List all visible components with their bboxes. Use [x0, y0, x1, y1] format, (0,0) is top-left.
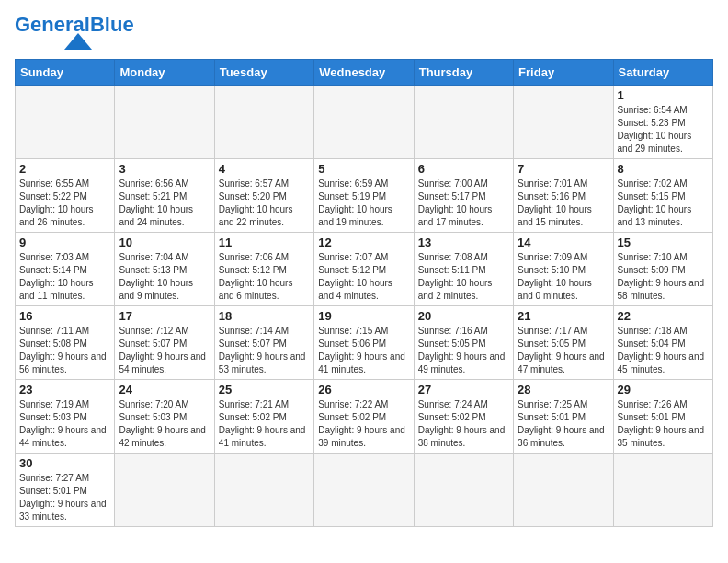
- day-info: Sunrise: 7:17 AM Sunset: 5:05 PM Dayligh…: [518, 325, 609, 376]
- day-number: 21: [518, 309, 609, 323]
- day-info: Sunrise: 7:19 AM Sunset: 5:03 PM Dayligh…: [19, 398, 110, 450]
- calendar-cell: 27Sunrise: 7:24 AM Sunset: 5:02 PM Dayli…: [414, 380, 513, 454]
- weekday-header: Tuesday: [214, 60, 313, 86]
- day-number: 28: [518, 383, 609, 396]
- weekday-header: Saturday: [613, 60, 712, 86]
- day-number: 26: [318, 383, 409, 396]
- day-info: Sunrise: 7:14 AM Sunset: 5:07 PM Dayligh…: [219, 325, 310, 376]
- calendar-cell: [613, 454, 712, 527]
- calendar-cell: 21Sunrise: 7:17 AM Sunset: 5:05 PM Dayli…: [514, 306, 613, 380]
- day-number: 27: [418, 383, 509, 396]
- day-number: 19: [318, 309, 409, 323]
- day-number: 17: [119, 309, 210, 323]
- day-number: 24: [119, 383, 210, 396]
- calendar-cell: 16Sunrise: 7:11 AM Sunset: 5:08 PM Dayli…: [16, 306, 115, 380]
- day-info: Sunrise: 6:56 AM Sunset: 5:21 PM Dayligh…: [119, 178, 210, 229]
- day-info: Sunrise: 7:10 AM Sunset: 5:09 PM Dayligh…: [618, 251, 709, 303]
- calendar-row: 16Sunrise: 7:11 AM Sunset: 5:08 PM Dayli…: [16, 306, 713, 380]
- calendar-cell: 18Sunrise: 7:14 AM Sunset: 5:07 PM Dayli…: [214, 306, 313, 380]
- day-number: 2: [19, 162, 110, 176]
- calendar-cell: 8Sunrise: 7:02 AM Sunset: 5:15 PM Daylig…: [613, 159, 712, 233]
- day-number: 4: [219, 162, 310, 176]
- calendar-cell: 4Sunrise: 6:57 AM Sunset: 5:20 PM Daylig…: [214, 159, 313, 233]
- calendar-cell: 14Sunrise: 7:09 AM Sunset: 5:10 PM Dayli…: [514, 233, 613, 306]
- day-info: Sunrise: 7:04 AM Sunset: 5:13 PM Dayligh…: [119, 251, 210, 303]
- weekday-header: Thursday: [414, 60, 513, 86]
- calendar-cell: 24Sunrise: 7:20 AM Sunset: 5:03 PM Dayli…: [115, 380, 214, 454]
- day-number: 14: [518, 236, 609, 249]
- day-info: Sunrise: 7:26 AM Sunset: 5:01 PM Dayligh…: [618, 398, 709, 450]
- calendar-cell: [214, 454, 313, 527]
- calendar-cell: [514, 86, 613, 159]
- weekday-header: Friday: [514, 60, 613, 86]
- calendar-table: SundayMondayTuesdayWednesdayThursdayFrid…: [15, 59, 713, 527]
- day-number: 29: [618, 383, 709, 396]
- calendar-cell: 13Sunrise: 7:08 AM Sunset: 5:11 PM Dayli…: [414, 233, 513, 306]
- calendar-cell: 6Sunrise: 7:00 AM Sunset: 5:17 PM Daylig…: [414, 159, 513, 233]
- calendar-cell: [314, 86, 414, 159]
- calendar-cell: 25Sunrise: 7:21 AM Sunset: 5:02 PM Dayli…: [214, 380, 313, 454]
- day-number: 16: [19, 309, 110, 323]
- day-info: Sunrise: 7:07 AM Sunset: 5:12 PM Dayligh…: [318, 251, 409, 303]
- calendar-cell: 20Sunrise: 7:16 AM Sunset: 5:05 PM Dayli…: [414, 306, 513, 380]
- logo: GeneralBlue: [15, 15, 134, 50]
- calendar-cell: [414, 454, 513, 527]
- page-header: GeneralBlue: [15, 15, 713, 50]
- day-info: Sunrise: 6:59 AM Sunset: 5:19 PM Dayligh…: [318, 178, 409, 229]
- calendar-cell: 17Sunrise: 7:12 AM Sunset: 5:07 PM Dayli…: [115, 306, 214, 380]
- calendar-cell: 2Sunrise: 6:55 AM Sunset: 5:22 PM Daylig…: [16, 159, 115, 233]
- logo-blue: Blue: [90, 13, 134, 36]
- day-number: 10: [119, 236, 210, 249]
- calendar-header-row: SundayMondayTuesdayWednesdayThursdayFrid…: [16, 60, 713, 86]
- weekday-header: Monday: [115, 60, 214, 86]
- day-number: 11: [219, 236, 310, 249]
- calendar-cell: 5Sunrise: 6:59 AM Sunset: 5:19 PM Daylig…: [314, 159, 414, 233]
- day-number: 8: [618, 162, 709, 176]
- calendar-cell: 30Sunrise: 7:27 AM Sunset: 5:01 PM Dayli…: [16, 454, 115, 527]
- calendar-cell: 23Sunrise: 7:19 AM Sunset: 5:03 PM Dayli…: [16, 380, 115, 454]
- day-info: Sunrise: 7:02 AM Sunset: 5:15 PM Dayligh…: [618, 178, 709, 229]
- calendar-row: 2Sunrise: 6:55 AM Sunset: 5:22 PM Daylig…: [16, 159, 713, 233]
- day-info: Sunrise: 7:12 AM Sunset: 5:07 PM Dayligh…: [119, 325, 210, 376]
- calendar-row: 9Sunrise: 7:03 AM Sunset: 5:14 PM Daylig…: [16, 233, 713, 306]
- day-info: Sunrise: 7:00 AM Sunset: 5:17 PM Dayligh…: [418, 178, 509, 229]
- calendar-cell: [115, 454, 214, 527]
- day-number: 12: [318, 236, 409, 249]
- calendar-cell: 10Sunrise: 7:04 AM Sunset: 5:13 PM Dayli…: [115, 233, 214, 306]
- calendar-row: 30Sunrise: 7:27 AM Sunset: 5:01 PM Dayli…: [16, 454, 713, 527]
- day-number: 22: [618, 309, 709, 323]
- calendar-cell: 19Sunrise: 7:15 AM Sunset: 5:06 PM Dayli…: [314, 306, 414, 380]
- calendar-row: 1Sunrise: 6:54 AM Sunset: 5:23 PM Daylig…: [16, 86, 713, 159]
- day-info: Sunrise: 6:55 AM Sunset: 5:22 PM Dayligh…: [19, 178, 110, 229]
- day-number: 13: [418, 236, 509, 249]
- day-info: Sunrise: 7:06 AM Sunset: 5:12 PM Dayligh…: [219, 251, 310, 303]
- calendar-cell: [115, 86, 214, 159]
- day-number: 20: [418, 309, 509, 323]
- calendar-cell: [16, 86, 115, 159]
- day-number: 7: [518, 162, 609, 176]
- calendar-cell: 26Sunrise: 7:22 AM Sunset: 5:02 PM Dayli…: [314, 380, 414, 454]
- day-number: 9: [19, 236, 110, 249]
- day-info: Sunrise: 6:54 AM Sunset: 5:23 PM Dayligh…: [618, 104, 709, 155]
- calendar-cell: 22Sunrise: 7:18 AM Sunset: 5:04 PM Dayli…: [613, 306, 712, 380]
- day-number: 30: [19, 456, 110, 470]
- calendar-row: 23Sunrise: 7:19 AM Sunset: 5:03 PM Dayli…: [16, 380, 713, 454]
- calendar-cell: [214, 86, 313, 159]
- day-info: Sunrise: 7:11 AM Sunset: 5:08 PM Dayligh…: [19, 325, 110, 376]
- day-number: 18: [219, 309, 310, 323]
- day-number: 1: [618, 88, 709, 102]
- day-info: Sunrise: 7:15 AM Sunset: 5:06 PM Dayligh…: [318, 325, 409, 376]
- calendar-cell: [314, 454, 414, 527]
- logo-triangle-icon: [64, 33, 92, 50]
- day-info: Sunrise: 7:25 AM Sunset: 5:01 PM Dayligh…: [518, 398, 609, 450]
- day-info: Sunrise: 7:09 AM Sunset: 5:10 PM Dayligh…: [518, 251, 609, 303]
- day-info: Sunrise: 7:20 AM Sunset: 5:03 PM Dayligh…: [119, 398, 210, 450]
- day-number: 3: [119, 162, 210, 176]
- day-info: Sunrise: 7:24 AM Sunset: 5:02 PM Dayligh…: [418, 398, 509, 450]
- weekday-header: Wednesday: [314, 60, 414, 86]
- day-info: Sunrise: 7:16 AM Sunset: 5:05 PM Dayligh…: [418, 325, 509, 376]
- svg-marker-0: [64, 33, 92, 50]
- weekday-header: Sunday: [16, 60, 115, 86]
- calendar-cell: 11Sunrise: 7:06 AM Sunset: 5:12 PM Dayli…: [214, 233, 313, 306]
- day-info: Sunrise: 7:18 AM Sunset: 5:04 PM Dayligh…: [618, 325, 709, 376]
